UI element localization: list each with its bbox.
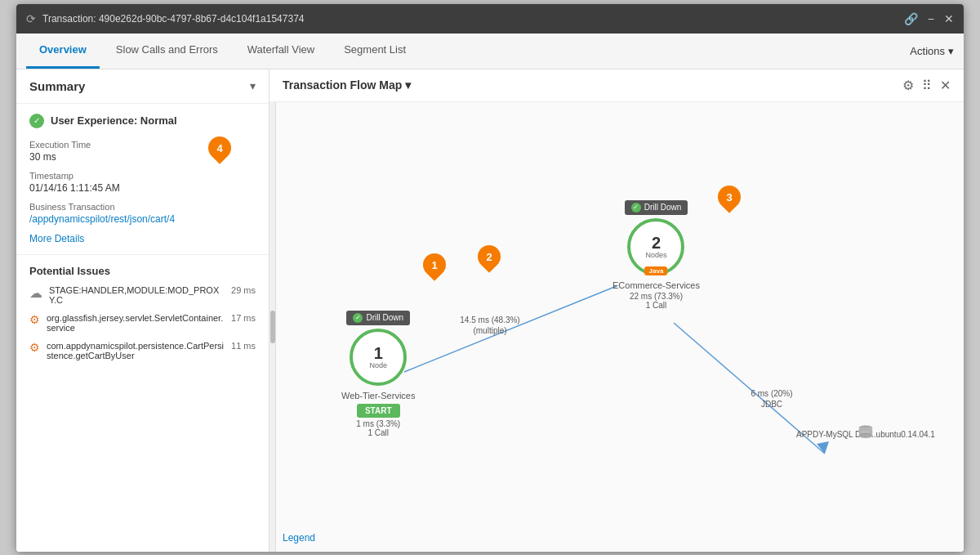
flow-map-title-btn[interactable]: Transaction Flow Map ▾ xyxy=(283,78,411,92)
svg-text:JDBC: JDBC xyxy=(761,400,782,409)
cloud-icon: ☁ xyxy=(29,285,42,301)
ecommerce-stats: 22 ms (73.3%)1 Call xyxy=(630,292,683,310)
potential-issues: Potential Issues ☁ STAGE:HANDLER,MODULE:… xyxy=(16,255,269,378)
annotation-2: 2 xyxy=(478,245,501,268)
sidebar: Summary ▾ ✓ User Experience: Normal Exec… xyxy=(16,69,270,552)
pi-item-2: ⚙ org.glassfish.jersey.servlet.ServletCo… xyxy=(29,313,256,333)
potential-issues-title: Potential Issues xyxy=(29,265,256,277)
settings-icon[interactable]: ⚙ xyxy=(902,78,914,93)
tab-waterfall[interactable]: Waterfall View xyxy=(234,34,327,69)
business-transaction-row: Business Transaction /appdynamicspilot/r… xyxy=(29,202,256,225)
java-badge: Java xyxy=(645,266,668,275)
pi-time-1: 29 ms xyxy=(231,285,256,295)
vertical-scrollbar-track xyxy=(270,102,276,552)
svg-text:14.5 ms (48.3%): 14.5 ms (48.3%) xyxy=(460,316,519,324)
drill-check-ecommerce: ✓ xyxy=(631,203,641,213)
business-transaction-label: Business Transaction xyxy=(29,202,256,212)
timestamp-row: Timestamp 01/14/16 1:11:45 AM xyxy=(29,171,256,194)
svg-text:6 ms (20%): 6 ms (20%) xyxy=(751,389,792,398)
business-transaction-link[interactable]: /appdynamicspilot/rest/json/cart/4 xyxy=(29,213,175,225)
web-tier-node-circle[interactable]: 1 Node xyxy=(350,329,407,386)
right-panel: Transaction Flow Map ▾ ⚙ ⠿ ✕ xyxy=(270,69,964,552)
title-bar-left: ⟳ Transaction: 490e262d-90bc-4797-8b67-d… xyxy=(26,12,304,25)
web-tier-stats: 1 ms (3.3%)1 Call xyxy=(356,419,400,437)
summary-chevron-icon: ▾ xyxy=(250,79,256,92)
pi-name-1: STAGE:HANDLER,MODULE:MOD_PROXY.C xyxy=(49,285,225,305)
db-icon xyxy=(796,425,935,439)
summary-header[interactable]: Summary ▾ xyxy=(16,69,269,104)
legend-link[interactable]: Legend xyxy=(283,532,315,544)
tab-slow-calls[interactable]: Slow Calls and Errors xyxy=(103,34,231,69)
execution-time-row: Execution Time 30 ms 4 xyxy=(29,140,256,163)
vertical-scrollbar-thumb[interactable] xyxy=(270,311,275,343)
flow-map-controls: ⚙ ⠿ ✕ xyxy=(902,78,951,93)
tabs-container: Overview Slow Calls and Errors Waterfall… xyxy=(26,34,419,69)
server-icon-1: ⚙ xyxy=(29,313,40,326)
window-title: Transaction: 490e262d-90bc-4797-8b67-d4c… xyxy=(42,13,304,25)
pi-name-3: com.appdynamicspilot.persistence.CartPer… xyxy=(47,341,225,360)
svg-line-0 xyxy=(404,286,617,372)
flow-map-dropdown-icon: ▾ xyxy=(405,78,411,92)
transaction-icon: ⟳ xyxy=(26,12,36,25)
node-web-tier[interactable]: ✓ Drill Down 1 Node xyxy=(341,311,415,437)
close-button[interactable]: ✕ xyxy=(944,12,954,25)
summary-title: Summary xyxy=(29,79,85,93)
drill-check-web: ✓ xyxy=(353,313,363,323)
main-content: Summary ▾ ✓ User Experience: Normal Exec… xyxy=(16,69,964,552)
title-bar: ⟳ Transaction: 490e262d-90bc-4797-8b67-d… xyxy=(16,4,964,34)
node-db[interactable]: APPDY-MySQL DB-...ubuntu0.14.04.1 xyxy=(796,425,935,439)
user-experience-label: User Experience: Normal xyxy=(51,114,177,127)
pi-item-1: ☁ STAGE:HANDLER,MODULE:MOD_PROXY.C 29 ms xyxy=(29,285,256,305)
start-badge: START xyxy=(357,404,400,418)
layout-icon[interactable]: ⠿ xyxy=(922,78,932,93)
pi-time-2: 17 ms xyxy=(231,313,256,323)
svg-text:(multiple): (multiple) xyxy=(473,326,506,335)
user-experience: ✓ User Experience: Normal xyxy=(29,114,256,128)
fullscreen-icon[interactable]: ✕ xyxy=(940,78,951,93)
user-experience-icon: ✓ xyxy=(29,114,44,128)
drill-down-badge-web[interactable]: ✓ Drill Down xyxy=(346,311,410,325)
timestamp-value: 01/14/16 1:11:45 AM xyxy=(29,182,256,194)
ecommerce-label: ECommerce-Services xyxy=(612,280,700,290)
actions-button[interactable]: Actions ▾ xyxy=(910,45,954,57)
actions-chevron-icon: ▾ xyxy=(948,45,954,57)
server-icon-2: ⚙ xyxy=(29,341,40,354)
link-icon[interactable]: 🔗 xyxy=(904,12,918,25)
summary-content: ✓ User Experience: Normal Execution Time… xyxy=(16,104,269,255)
more-details-link[interactable]: More Details xyxy=(29,233,256,244)
app-window: ⟳ Transaction: 490e262d-90bc-4797-8b67-d… xyxy=(16,4,964,552)
annotation-3: 3 xyxy=(718,186,741,208)
node-ecommerce[interactable]: 3 ✓ Drill Down 2 Nodes Java ECom xyxy=(612,200,700,310)
annotation-1: 1 xyxy=(423,253,446,276)
pi-name-2: org.glassfish.jersey.servlet.ServletCont… xyxy=(47,313,225,333)
flow-map-header: Transaction Flow Map ▾ ⚙ ⠿ ✕ xyxy=(270,69,964,102)
drill-down-badge-ecommerce[interactable]: ✓ Drill Down xyxy=(625,200,688,215)
flow-map-canvas: 14.5 ms (48.3%) (multiple) 6 ms (20%) JD… xyxy=(270,102,964,552)
tab-overview[interactable]: Overview xyxy=(26,34,100,69)
pi-item-3: ⚙ com.appdynamicspilot.persistence.CartP… xyxy=(29,341,256,360)
minimize-button[interactable]: − xyxy=(928,12,934,25)
tab-bar: Overview Slow Calls and Errors Waterfall… xyxy=(16,34,964,69)
web-tier-label: Web-Tier-Services xyxy=(341,391,415,401)
pi-time-3: 11 ms xyxy=(231,341,256,351)
tab-segment-list[interactable]: Segment List xyxy=(331,34,419,69)
title-bar-right: 🔗 − ✕ xyxy=(904,12,954,25)
timestamp-label: Timestamp xyxy=(29,171,256,181)
ecommerce-node-circle[interactable]: 2 Nodes Java xyxy=(627,218,684,275)
